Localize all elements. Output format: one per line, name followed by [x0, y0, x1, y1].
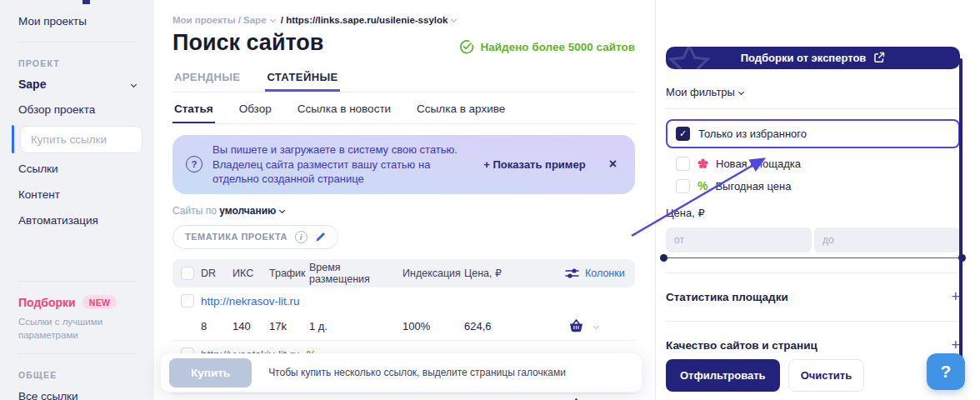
subtab-link-in-archive[interactable]: Ссылка в архиве [415, 99, 507, 123]
expert-collections-label: Подборки от экспертов [741, 52, 867, 64]
filter-divider [666, 321, 960, 322]
check-circle-icon [459, 39, 474, 54]
banner-text: Вы пишете и загружаете в систему свою ст… [212, 142, 473, 187]
col-dr: DR [201, 268, 232, 279]
project-name: Sape [18, 78, 46, 91]
price-range-inputs [666, 228, 960, 252]
subtab-article[interactable]: Статья [172, 99, 215, 123]
panel-scrollbar[interactable] [959, 58, 962, 380]
add-to-basket-button[interactable] [543, 319, 635, 333]
filter-checkbox-row: Новая площадка [676, 157, 960, 171]
page-title: Поиск сайтов [172, 30, 323, 56]
new-badge: NEW [82, 295, 118, 309]
clear-filters-button[interactable]: Очистить [788, 359, 865, 392]
cell-dr: 8 [201, 320, 232, 332]
info-icon[interactable]: i [295, 231, 308, 243]
good-price-label: Выгодная цена [715, 180, 791, 192]
favorites-checkbox[interactable]: ✓ [676, 127, 690, 141]
sidebar-item-project-overview[interactable]: Обзор проекта [0, 97, 154, 122]
sidebar-item-links[interactable]: Ссылки [0, 156, 154, 182]
pencil-icon[interactable] [315, 232, 326, 242]
cell-traffic: 17k [269, 320, 309, 332]
project-theme-filter[interactable]: ТЕМАТИКА ПРОЕКТА i [172, 225, 338, 249]
sidebar-divider [18, 353, 136, 354]
subtab-link-in-news[interactable]: Ссылка в новости [296, 99, 392, 123]
buy-button[interactable]: Купить [169, 358, 252, 388]
breadcrumb-root[interactable]: Мои проекты / Sape [172, 15, 267, 25]
cell-indexing: 100% [402, 320, 464, 332]
apply-filters-button[interactable]: Отфильтровать [666, 359, 780, 392]
basket-icon [568, 319, 584, 333]
help-button[interactable]: ? [927, 353, 965, 390]
tab-rental[interactable]: АРЕНДНЫЕ [172, 66, 242, 92]
my-filters-dropdown[interactable]: Мои фильтры [666, 86, 960, 98]
main-tabs: АРЕНДНЫЕ СТАТЕЙНЫЕ [172, 66, 635, 92]
new-site-label: Новая площадка [716, 158, 801, 170]
collections-label: Подборки [18, 296, 76, 309]
price-to-input[interactable] [814, 228, 960, 252]
section-site-statistics[interactable]: Статистика площадки + [666, 283, 960, 311]
site-link[interactable]: http://nekrasov-lit.ru [201, 295, 635, 308]
sort-value: умолчанию [219, 205, 276, 217]
price-from-input[interactable] [666, 228, 812, 252]
price-range-slider [660, 253, 966, 259]
slider-handle-min[interactable] [660, 254, 668, 262]
found-text: Найдено более 5000 сайтов [481, 41, 635, 53]
sidebar-item-automation[interactable]: Автоматизация [0, 208, 154, 233]
columns-settings-button[interactable]: Колонки [543, 268, 635, 279]
sub-tabs: Статья Обзор Ссылка в новости Ссылка в а… [172, 99, 635, 124]
row-checkbox[interactable] [181, 294, 194, 308]
columns-label: Колонки [585, 268, 625, 279]
cell-iks: 140 [232, 320, 269, 332]
sidebar-divider [18, 42, 136, 42]
show-example-button[interactable]: + Показать пример [483, 158, 585, 171]
expert-collections-button[interactable]: Подборки от экспертов [666, 47, 960, 69]
sidebar-item-collections[interactable]: Подборки NEW Ссылки с лучшими параметрам… [0, 289, 154, 342]
theme-filter-label: ТЕМАТИКА ПРОЕКТА [185, 232, 288, 242]
slider-track [664, 258, 962, 259]
price-filter-label: Цена, ₽ [666, 207, 960, 219]
col-price: Цена, ₽ [464, 267, 543, 279]
flower-icon [698, 158, 708, 169]
filter-divider [666, 272, 960, 273]
title-row: Поиск сайтов Найдено более 5000 сайтов [172, 30, 635, 56]
sidebar-item-all-links[interactable]: Все ссылки [0, 383, 154, 400]
chevron-down-icon [279, 208, 285, 213]
tab-articles[interactable]: СТАТЕЙНЫЕ [265, 66, 339, 92]
external-link-icon [873, 52, 885, 63]
buy-hint: Чтобы купить несколько ссылок, выделите … [268, 367, 566, 378]
sidebar-item-content[interactable]: Контент [0, 182, 154, 208]
good-price-checkbox[interactable] [676, 179, 690, 193]
breadcrumb-current[interactable]: / https://links.sape.ru/usilenie-ssylok [281, 15, 448, 25]
sidebar-divider [18, 281, 136, 282]
sliders-icon [565, 268, 579, 279]
sidebar-section-general: ОБЩЕЕ [0, 362, 154, 383]
question-circle-icon: ? [186, 156, 202, 172]
sidebar-item-buy-links[interactable]: Купить ссылки [12, 125, 142, 153]
filter-panel: Подборки от экспертов Мои фильтры ✓ Толь… [655, 0, 980, 400]
buy-bar: Купить Чтобы купить несколько ссылок, вы… [161, 353, 642, 392]
new-site-checkbox[interactable] [676, 157, 690, 171]
sort-prefix: Сайты по [172, 205, 217, 217]
cell-price: 624,6 [464, 320, 543, 332]
filter-divider [666, 108, 960, 109]
sidebar-spacer [0, 233, 154, 273]
found-status: Найдено более 5000 сайтов [459, 39, 635, 56]
sort-control[interactable]: Сайты по умолчанию [172, 205, 635, 217]
main-content: Мои проекты / Sape / https://links.sape.… [154, 0, 655, 400]
star-icon [666, 47, 712, 69]
app-root: Мои проекты ПРОЕКТ Sape Обзор проекта Ку… [0, 0, 980, 400]
project-selector[interactable]: Sape [0, 72, 154, 97]
close-icon[interactable]: × [609, 157, 617, 172]
annotation-highlight-box: ✓ Только из избранного [666, 119, 960, 148]
sidebar-item-my-projects[interactable]: Мои проекты [0, 8, 154, 34]
filter-checkbox-row: % Выгодная цена [676, 179, 960, 193]
percent-icon: % [698, 179, 708, 192]
select-all-checkbox[interactable] [181, 267, 194, 280]
section-site-quality[interactable]: Качество сайтов и страниц + [666, 332, 960, 359]
subtab-review[interactable]: Обзор [238, 99, 273, 123]
collections-subtitle: Ссылки с лучшими параметрами [18, 315, 114, 342]
col-traffic: Трафик [269, 268, 309, 279]
col-placement-time: Время размещения [309, 262, 402, 285]
cell-time: 1 д. [309, 320, 402, 332]
